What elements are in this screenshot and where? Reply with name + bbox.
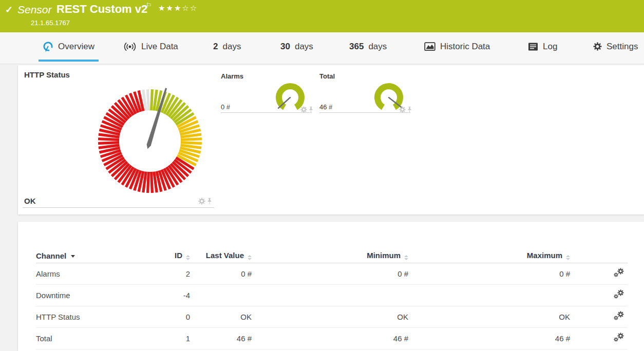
channel-card-total: Total 46 # (319, 72, 428, 121)
table-row: Downtime -4 (36, 285, 628, 306)
channel-id: 1 (169, 328, 190, 349)
channel-card-title: Alarms (221, 72, 243, 80)
channel-settings-gears-icon[interactable] (613, 268, 624, 278)
tab-settings-label: Settings (607, 42, 638, 52)
channel-name: Downtime (36, 285, 169, 306)
tab-bar: Overview Live Data 2 days 30 days 365 da… (0, 32, 644, 64)
channel-minimum: 46 # (252, 328, 408, 349)
channel-name: Alarms (36, 263, 169, 285)
sensor-type-label: Sensor (17, 4, 52, 16)
flag-icon[interactable]: ⚐ (146, 2, 152, 9)
channel-minimum: 0 # (252, 263, 408, 285)
sensor-title: REST Custom v2 (56, 3, 147, 16)
tab-log-label: Log (543, 42, 557, 52)
sort-icon (248, 255, 252, 260)
channel-settings-gears-icon[interactable] (613, 311, 624, 321)
channel-maximum: 0 # (408, 263, 570, 285)
gauge-icon (43, 41, 53, 52)
chevron-down-icon (71, 255, 75, 258)
channel-card-value: 46 # (319, 103, 332, 111)
tab-live-data[interactable]: Live Data (123, 32, 178, 61)
card-pin-icon[interactable] (207, 198, 212, 205)
tab-365-days-num: 365 (349, 42, 364, 52)
channel-settings-gears-icon[interactable] (613, 289, 624, 300)
settings-gear-icon (593, 42, 602, 51)
sensor-header: ✓ Sensor REST Custom v2 ⚐ ★★★☆☆ 21.1.65.… (0, 0, 644, 32)
tab-30-days-num: 30 (280, 42, 290, 52)
column-header-last-value[interactable]: Last Value (190, 248, 252, 263)
channels-table: Channel ID Last Value Minimum Maximum Al… (36, 248, 628, 349)
channel-last-value (190, 285, 252, 306)
channel-id: 0 (169, 306, 190, 328)
tab-overview-label: Overview (58, 42, 94, 52)
column-header-minimum[interactable]: Minimum (252, 248, 408, 263)
log-icon (528, 42, 538, 51)
live-data-icon (123, 42, 137, 52)
tab-365-days[interactable]: 365 days (349, 32, 387, 61)
tab-2-days-label: days (222, 42, 241, 52)
gauges-panel: HTTP Status OK Alarms 0 # Total 46 # (18, 65, 644, 215)
tab-settings[interactable]: Settings (593, 32, 638, 61)
channel-last-value: 46 # (190, 328, 252, 349)
sort-icon (566, 255, 570, 260)
sort-icon (186, 255, 190, 260)
channel-settings-gears-icon[interactable] (613, 333, 624, 343)
http-status-gauge-title: HTTP Status (24, 70, 70, 79)
http-status-gauge (91, 83, 209, 200)
tab-30-days[interactable]: 30 days (280, 32, 313, 61)
sensor-version: 21.1.65.1767 (31, 19, 70, 27)
channels-table-panel: Channel ID Last Value Minimum Maximum Al… (18, 222, 644, 351)
column-header-id[interactable]: ID (169, 248, 190, 263)
channel-maximum (408, 285, 570, 306)
tab-historic-data[interactable]: Historic Data (424, 32, 490, 61)
channel-id: 2 (169, 263, 190, 285)
column-header-channel[interactable]: Channel (36, 248, 169, 263)
column-header-maximum[interactable]: Maximum (408, 248, 570, 263)
card-divider (221, 112, 312, 113)
table-row: Alarms 2 0 # 0 # 0 # (36, 263, 628, 285)
channel-last-value: 0 # (190, 263, 252, 285)
sort-icon (404, 255, 408, 260)
historic-data-icon (424, 42, 435, 51)
status-check-icon: ✓ (5, 4, 13, 15)
card-divider (319, 112, 410, 113)
channel-maximum: 46 # (408, 328, 570, 349)
channel-card-alarms: Alarms 0 # (221, 72, 330, 121)
tab-log[interactable]: Log (528, 32, 557, 61)
channel-card-value: 0 # (221, 103, 230, 111)
card-divider (23, 207, 214, 208)
http-status-value: OK (24, 197, 36, 205)
tab-overview[interactable]: Overview (39, 32, 99, 61)
priority-stars[interactable]: ★★★☆☆ (158, 4, 198, 13)
tab-historic-data-label: Historic Data (440, 42, 490, 52)
table-header-row: Channel ID Last Value Minimum Maximum (36, 248, 628, 263)
tab-365-days-label: days (368, 42, 387, 52)
channel-minimum (252, 285, 408, 306)
channel-id: -4 (169, 285, 190, 306)
tab-2-days[interactable]: 2 days (213, 32, 241, 61)
tab-30-days-label: days (295, 42, 313, 52)
channel-last-value: OK (190, 306, 252, 328)
channel-name: HTTP Status (36, 306, 169, 328)
channel-maximum: OK (408, 306, 570, 328)
channel-card-title: Total (319, 72, 335, 80)
card-gear-icon[interactable] (198, 198, 205, 205)
tab-live-data-label: Live Data (141, 42, 178, 52)
channel-name: Total (36, 328, 169, 349)
table-row: HTTP Status 0 OK OK OK (36, 306, 628, 328)
table-row: Total 1 46 # 46 # 46 # (36, 328, 628, 349)
tab-2-days-num: 2 (213, 42, 218, 52)
channel-minimum: OK (252, 306, 408, 328)
